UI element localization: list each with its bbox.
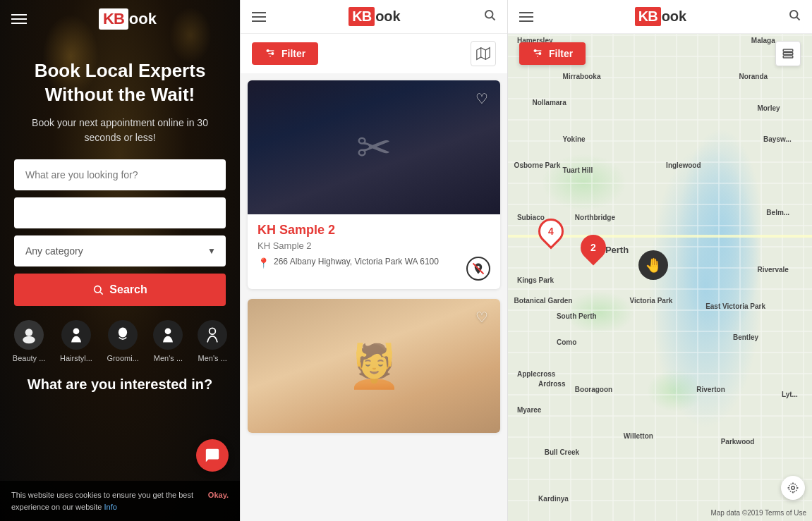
- categories-section: Beauty ... Hairstyl... G: [0, 306, 240, 369]
- grooming-icon: [108, 320, 138, 350]
- svg-point-5: [119, 327, 127, 337]
- search-icon: [92, 284, 104, 295]
- beauty-label: Beauty ...: [13, 354, 45, 362]
- listing-card-1[interactable]: ♡ KH Sample 2 KH Sample 2 📍 266 Albany H…: [248, 80, 500, 289]
- search-button-label: Search: [109, 283, 147, 296]
- svg-point-3: [23, 336, 35, 343]
- menu-icon-p2[interactable]: [252, 12, 266, 22]
- category-grooming[interactable]: Groomi...: [107, 320, 139, 362]
- category-mens2[interactable]: Men's ...: [198, 320, 227, 362]
- svg-rect-28: [783, 49, 793, 51]
- category-beauty[interactable]: Beauty ...: [13, 320, 45, 362]
- map-label-applecross: Applecross: [517, 370, 555, 378]
- svg-line-22: [796, 17, 799, 20]
- cookie-text: This website uses cookies to ensure you …: [11, 491, 193, 511]
- hairstyling-label: Hairstyl...: [60, 354, 92, 362]
- logo-kb-box-p3: KB: [635, 7, 661, 26]
- map-label-east-vic-park: East Victoria Park: [705, 302, 765, 310]
- hero-section: Book Local Experts Without the Wait! Boo…: [0, 38, 240, 159]
- map-label-botanical: Botanical Garden: [514, 297, 573, 305]
- svg-rect-29: [783, 53, 793, 55]
- map-label-ardross: Ardross: [538, 380, 565, 388]
- locate-icon: [787, 482, 799, 494]
- list-view-button[interactable]: [775, 41, 801, 66]
- svg-point-2: [25, 329, 33, 336]
- svg-rect-30: [783, 56, 793, 58]
- map-label-morley: Morley: [757, 104, 780, 112]
- chat-fab-button[interactable]: [196, 439, 229, 472]
- panel2-header: KB ook: [241, 0, 507, 34]
- hero-subtitle: Book your next appointment online in 30 …: [14, 116, 226, 145]
- svg-line-9: [492, 17, 495, 20]
- map-label-kings-park: Kings Park: [517, 276, 554, 284]
- svg-point-21: [790, 11, 798, 18]
- search-input[interactable]: [14, 159, 226, 190]
- cookie-okay-button[interactable]: Okay.: [208, 489, 229, 501]
- menu-icon[interactable]: [11, 14, 27, 24]
- listing-image-1: ♡: [248, 80, 500, 214]
- filter-button-p3[interactable]: Filter: [519, 42, 586, 65]
- filter-btn-label-p2: Filter: [281, 48, 305, 59]
- svg-marker-15: [477, 48, 490, 60]
- logo: KB ook: [99, 8, 157, 30]
- location-input[interactable]: Booragoon, WA: [14, 197, 226, 228]
- map-label-myaree: Myaree: [517, 406, 541, 414]
- chat-icon: [205, 448, 220, 463]
- svg-point-20: [789, 484, 797, 492]
- map-label-bayswater: Baysw...: [763, 135, 792, 143]
- listing-address-text-1: 266 Albany Highway, Victoria Park WA 610…: [274, 257, 439, 266]
- search-icon-p2[interactable]: [483, 8, 496, 25]
- map-pin-2[interactable]: 2: [581, 235, 609, 269]
- favorite-button-2[interactable]: ♡: [471, 306, 493, 329]
- listing-card-2[interactable]: ♡: [248, 299, 500, 433]
- map-label-tuart: Tuart Hill: [563, 166, 593, 174]
- panel3-toolbar: Filter: [508, 35, 812, 72]
- panel-map: Hamersley Malaga Mirrabooka Noranda Noll…: [508, 0, 812, 521]
- map-label-parkwood: Parkwood: [721, 438, 755, 446]
- no-touch-badge-1: [466, 257, 490, 281]
- favorite-button-1[interactable]: ♡: [471, 87, 493, 110]
- map-label-south-perth: South Perth: [557, 312, 597, 320]
- category-select[interactable]: Any category Beauty Hairstyling Grooming…: [14, 235, 226, 266]
- svg-point-0: [95, 286, 101, 292]
- map-label-rivervale: Rivervale: [757, 266, 788, 274]
- search-icon-p3[interactable]: [788, 8, 801, 25]
- hairstyling-icon: [61, 320, 91, 350]
- filter-button-p2[interactable]: Filter: [252, 42, 318, 65]
- search-button[interactable]: Search: [14, 274, 226, 306]
- map-hand-marker[interactable]: 🤚: [638, 250, 668, 280]
- category-hairstyling[interactable]: Hairstyl...: [60, 320, 92, 362]
- logo-p2: KB ook: [349, 7, 400, 26]
- panel2-toolbar: Filter: [241, 34, 507, 73]
- svg-point-8: [485, 11, 493, 18]
- filter-btn-label-p3: Filter: [549, 48, 573, 59]
- locate-me-button[interactable]: [781, 476, 805, 500]
- category-mens1[interactable]: Men's ...: [153, 320, 183, 362]
- logo-kb-text-p3: KB: [638, 8, 658, 24]
- map-attribution: Map data ©2019 Terms of Use: [710, 509, 806, 517]
- panel1-header: KB ook: [0, 0, 240, 38]
- menu-icon-p3[interactable]: [519, 12, 533, 22]
- svg-point-26: [534, 50, 536, 52]
- map-pin-4[interactable]: 4: [538, 219, 566, 252]
- hero-title: Book Local Experts Without the Wait!: [14, 59, 226, 107]
- mens1-label: Men's ...: [154, 354, 183, 362]
- listings-list: ♡ KH Sample 2 KH Sample 2 📍 266 Albany H…: [241, 73, 507, 521]
- map-label-northbridge: Northbridge: [575, 214, 615, 221]
- mens1-icon: [153, 320, 183, 350]
- logo-kb-box: KB: [99, 8, 128, 30]
- hand-icon: 🤚: [645, 257, 662, 274]
- panel-home: KB ook Book Local Experts Without the Wa…: [0, 0, 240, 521]
- category-select-wrapper: Any category Beauty Hairstyling Grooming…: [14, 235, 226, 266]
- map-icon: [476, 47, 490, 61]
- location-pin-icon-1: 📍: [257, 257, 269, 269]
- filter-icon-p2: [265, 48, 276, 59]
- mens2-icon: [198, 320, 227, 350]
- svg-point-19: [792, 486, 795, 490]
- logo-kb-text: KB: [103, 10, 124, 27]
- cookie-info-link[interactable]: Info: [104, 503, 116, 511]
- svg-point-7: [210, 328, 216, 334]
- logo-ook-text-p3: ook: [662, 8, 687, 25]
- map-view-button[interactable]: [471, 41, 496, 66]
- map-label-victoria-park: Victoria Park: [629, 297, 672, 305]
